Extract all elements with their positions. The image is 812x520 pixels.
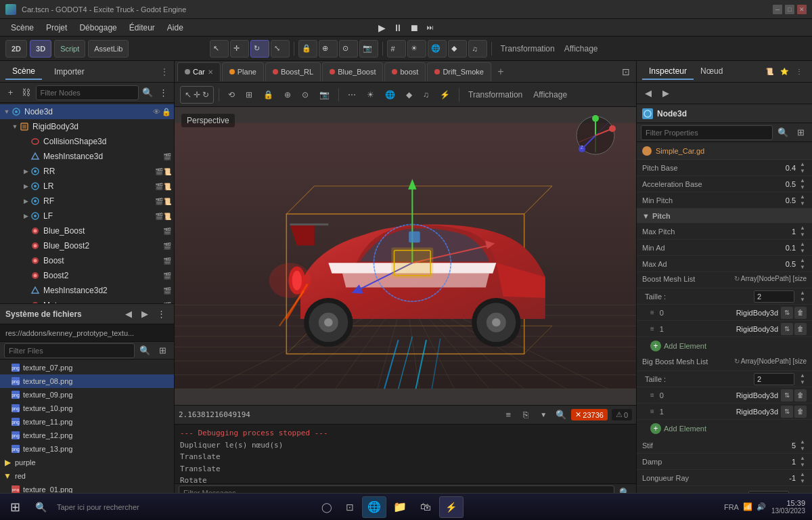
min-pitch-up[interactable]: ▲ — [798, 194, 807, 200]
big-move-icon-0[interactable]: ⇅ — [781, 389, 793, 402]
expand-arrow[interactable]: ▼ — [3, 108, 11, 116]
maximize-button[interactable]: □ — [785, 5, 794, 14]
prop-boost-mesh-list[interactable]: Boost Mesh List ↻ Array[NodePath] [size — [637, 272, 812, 288]
taskbar-cortana[interactable]: ◯ — [316, 496, 338, 518]
taskbar-store[interactable]: 🛍 — [413, 496, 438, 518]
view-top-button[interactable]: ⊞ — [242, 86, 256, 104]
min-pitch-down[interactable]: ▼ — [798, 200, 807, 207]
move-icon-0[interactable]: ⇅ — [781, 307, 793, 319]
max-ad-arrows[interactable]: ▲ ▼ — [798, 257, 807, 271]
scene-options-icon[interactable]: ⋮ — [157, 85, 170, 100]
prop-big-boost-mesh[interactable]: Big Boost Mesh List ↻ Array[NodePath] [s… — [637, 355, 812, 371]
render-button[interactable]: ◆ — [448, 40, 467, 58]
lr-arrow[interactable]: ▶ — [22, 182, 30, 190]
add-tab-button[interactable]: + — [493, 64, 509, 80]
visibility-icon[interactable]: 👁 — [153, 108, 160, 116]
tree-item-boost2[interactable]: Boost2 🎬 — [0, 268, 174, 283]
fs-item-tex12[interactable]: png texture_12.png — [0, 429, 174, 442]
fs-item-tex07[interactable]: png texture_07.png — [0, 361, 174, 374]
acceleration-base-value[interactable]: 0.5 ▲ ▼ — [746, 177, 807, 191]
minimize-button[interactable]: ─ — [773, 5, 782, 14]
accel-base-arrows[interactable]: ▲ ▼ — [798, 177, 807, 191]
tab-inspector[interactable]: Inspecteur — [642, 64, 694, 80]
script-button[interactable]: Script — [54, 40, 85, 58]
min-pitch-value[interactable]: 0.5 ▲ ▼ — [746, 194, 807, 207]
console-wrap-button[interactable]: ≡ — [501, 408, 516, 422]
view-lock-button[interactable]: ⊕ — [280, 86, 295, 104]
big-delete-icon-0[interactable]: 🗑 — [794, 389, 807, 402]
link-node-button[interactable]: ⛓ — [20, 85, 32, 100]
search-taskbar-button[interactable]: 🔍 — [28, 496, 53, 518]
snap-button[interactable]: 🔒 — [298, 40, 317, 58]
max-ad-up[interactable]: ▲ — [798, 257, 807, 264]
view-front-button[interactable]: ⟲ — [224, 86, 239, 104]
accel-base-down[interactable]: ▼ — [798, 184, 807, 191]
lock-icon[interactable]: 🔒 — [162, 108, 171, 116]
prop-max-pitch[interactable]: Max Pitch 1 ▲ ▼ — [637, 223, 812, 240]
max-ad-value[interactable]: 0.5 ▲ ▼ — [746, 257, 807, 271]
viewport-tab-boost[interactable]: boost — [384, 62, 426, 81]
max-pitch-up[interactable]: ▲ — [798, 225, 807, 232]
prop-min-ad[interactable]: Min Ad 0.1 ▲ ▼ — [637, 240, 812, 256]
console-copy-button[interactable]: ⎘ — [518, 408, 533, 422]
add-element-big-boost[interactable]: + Add Element — [637, 420, 812, 437]
tab-importer[interactable]: Importer — [47, 64, 91, 79]
console-search-button[interactable]: 🔍 — [554, 408, 568, 422]
view-more-button[interactable]: ⋯ — [344, 86, 360, 104]
prop-min-pitch[interactable]: Min Pitch 0.5 ▲ ▼ — [637, 192, 812, 209]
viewport-tab-plane[interactable]: Plane — [222, 62, 264, 81]
longueur-arrows[interactable]: ▲ ▼ — [798, 471, 807, 485]
start-button[interactable]: ⊞ — [3, 496, 27, 518]
taskbar-taskview[interactable]: ⊡ — [339, 496, 361, 518]
tree-item-blue-boost2[interactable]: Blue_Boost2 🎬 — [0, 238, 174, 253]
big-delete-icon-1[interactable]: 🗑 — [794, 406, 807, 418]
max-pitch-arrows[interactable]: ▲ ▼ — [798, 225, 807, 238]
rotate-tool-button[interactable]: ↻ — [250, 40, 269, 58]
mode-2d-button[interactable]: 2D — [5, 40, 27, 58]
pitch-base-down[interactable]: ▼ — [798, 168, 807, 175]
menu-help[interactable]: Aide — [162, 21, 189, 35]
longueur-up[interactable]: ▲ — [798, 471, 807, 478]
pause-button[interactable]: ⏸ — [391, 21, 405, 35]
rigidbody-expand[interactable]: ▼ — [11, 123, 19, 131]
fs-item-tex08[interactable]: png texture_08.png — [0, 374, 174, 388]
move-tool-button[interactable]: ✛ — [230, 40, 249, 58]
close-button[interactable]: ✕ — [797, 5, 807, 14]
delete-icon-1[interactable]: 🗑 — [794, 323, 807, 335]
fs-filter-input[interactable] — [4, 343, 135, 358]
add-node-button[interactable]: + — [4, 85, 17, 100]
pitch-base-arrows[interactable]: ▲ ▼ — [798, 161, 807, 175]
fs-layout-icon[interactable]: ⊞ — [155, 343, 170, 358]
pitch-section-expand[interactable]: ▼ — [642, 212, 650, 220]
tree-item-mesh[interactable]: MeshInstance3d 🎬 — [0, 149, 174, 164]
taille-value1[interactable]: 2 — [754, 290, 794, 303]
inspector-forward-button[interactable]: ▶ — [658, 86, 673, 101]
fs-item-purple[interactable]: ▶ purple — [0, 456, 174, 469]
min-ad-down[interactable]: ▼ — [798, 248, 807, 255]
min-ad-arrows[interactable]: ▲ ▼ — [798, 241, 807, 255]
damp-value[interactable]: 1 ▲ ▼ — [746, 455, 807, 469]
accel-base-up[interactable]: ▲ — [798, 177, 807, 184]
min-ad-up[interactable]: ▲ — [798, 241, 807, 248]
grid-button[interactable]: # — [387, 40, 406, 58]
view-bone-button[interactable]: ⊙ — [298, 86, 313, 104]
taille-up2[interactable]: ▲ — [798, 372, 807, 379]
prop-max-ad[interactable]: Max Ad 0.5 ▲ ▼ — [637, 256, 812, 272]
tree-item-motor[interactable]: Motor 🎬 — [0, 298, 174, 303]
filter-icon[interactable]: 🔍 — [141, 85, 154, 100]
taille-arrows1[interactable]: ▲ ▼ — [798, 290, 807, 303]
inspector-expand-icon[interactable]: ⊞ — [793, 125, 808, 140]
view-speaker-button[interactable]: ♫ — [419, 86, 433, 104]
stif-up[interactable]: ▲ — [798, 439, 807, 446]
view-fx-button[interactable]: ⚡ — [436, 86, 454, 104]
move-icon-1[interactable]: ⇅ — [781, 323, 793, 335]
longueur-ray-value[interactable]: -1 ▲ ▼ — [746, 471, 807, 485]
refresh-icon[interactable]: ↻ — [734, 275, 740, 282]
tab-node[interactable]: Nœud — [694, 64, 729, 80]
tree-item-blue-boost[interactable]: Blue_Boost 🎬 — [0, 223, 174, 238]
max-pitch-down[interactable]: ▼ — [798, 232, 807, 238]
fs-item-tex13[interactable]: png texture_13.png — [0, 442, 174, 456]
viewport-tools-button[interactable]: ↖ ✛ ↻ — [180, 86, 214, 104]
snap-grid-button[interactable]: 🔒 — [259, 86, 277, 104]
stop-button[interactable]: ⏹ — [407, 21, 421, 35]
